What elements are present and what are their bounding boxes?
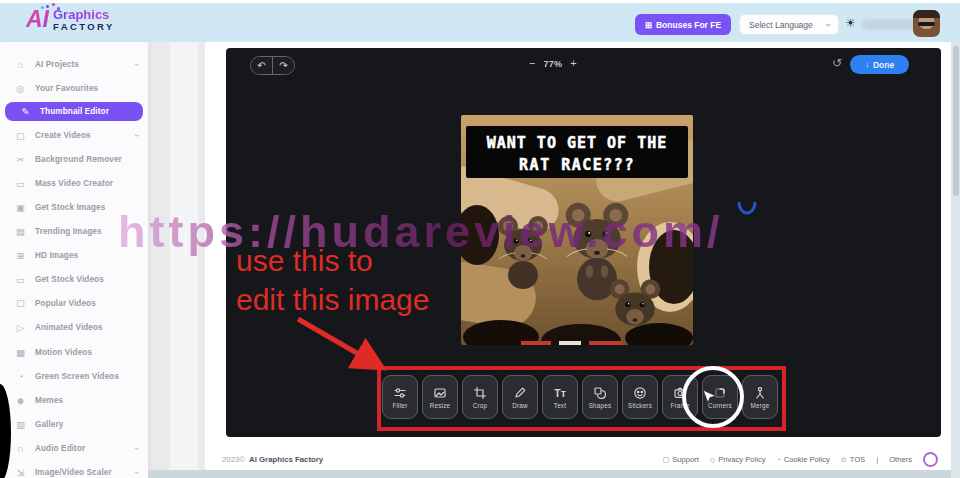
zoom-controls: − 77% + [529,58,577,69]
sidebar-item-mass-video-creator[interactable]: ▭Mass Video Creator [0,171,148,195]
chevron-down-icon: › [132,471,141,474]
sidebar-item-thumbnail-editor[interactable]: ✎Thumbnail Editor [5,102,143,121]
headphones-icon: ∩ [15,443,26,454]
sidebar-item-label: Get Stock Videos [35,275,138,284]
zoom-out-button[interactable]: − [529,58,535,69]
logo-dots-decoration [46,5,49,8]
bonuses-for-fe-button[interactable]: ⊞ Bonuses For FE [635,14,731,35]
undo-button[interactable]: ↶ [251,57,273,74]
content-gutter [170,42,198,478]
footer-divider: | [876,455,878,464]
sidebar-item-label: Memes [35,396,138,405]
language-select[interactable]: Select Language › [739,14,839,35]
app-logo[interactable]: AI Graphics FACTORY [26,8,115,32]
history-icon[interactable]: ↺ [832,57,842,69]
pen-icon: ✎ [20,106,31,117]
sidebar-item-label: Background Remover [35,155,138,164]
sidebar-item-label: Thumbnail Editor [40,107,133,116]
sidebar-item-green-screen-videos[interactable]: ◔Green Screen Videos [0,364,148,388]
app-header: AI Graphics FACTORY ⊞ Bonuses For FE Sel… [0,0,960,42]
file-play-icon: ▷ [15,322,26,333]
annotation-arrow [288,313,388,375]
sidebar-item-label: Your Favourites [35,84,138,93]
bonuses-button-label: Bonuses For FE [656,20,721,30]
logo-factory-text: FACTORY [53,22,115,32]
film-icon: ▦ [15,347,26,358]
video-camera-icon: ▭ [15,178,26,189]
footer-links: ▢Support◇Privacy Policy◔Cookie Policy⊙TO… [663,452,938,467]
chevron-down-icon: › [132,134,141,137]
cookie-icon: ◔ [777,456,781,463]
clock-icon: ◔ [15,371,26,382]
sidebar-item-motion-videos[interactable]: ▦Motion Videos [0,340,148,364]
sidebar-item-get-stock-videos[interactable]: ▭Get Stock Videos [0,268,148,292]
support-icon: ▢ [663,456,670,464]
tos-icon: ⊙ [841,456,847,464]
sidebar-item-label: Popular Videos [35,299,138,308]
sidebar-item-label: Gallery [35,420,138,429]
sidebar-item-label: Mass Video Creator [35,179,138,188]
copy-images-icon: ⊞ [15,250,26,261]
footer-link-others[interactable]: Others [889,455,912,464]
gift-icon: ⊞ [645,20,652,30]
file-icon: ▥ [15,419,26,430]
footer-link-cookie-policy[interactable]: ◔Cookie Policy [777,455,830,464]
home-icon: ⌂ [15,59,26,70]
sidebar-item-label: Image/Video Scaler [35,468,126,477]
create-video-icon: ▢ [15,130,26,141]
redo-button[interactable]: ↷ [273,57,294,74]
logo-ai-mark: AI [26,8,49,31]
sidebar-item-memes[interactable]: ☻Memes [0,388,148,412]
footer-link-label: Support [672,455,699,464]
video-camera-icon: ▭ [15,274,26,285]
page-scrollbar[interactable] [951,42,960,478]
done-button[interactable]: ↓ Done [850,55,909,74]
scaler-icon: ⇲ [15,467,26,478]
window-bottom-strip [148,470,960,478]
sidebar-item-ai-projects[interactable]: ⌂AI Projects› [0,52,148,76]
sidebar-item-label: Create Videos [35,131,126,140]
footer-link-privacy-policy[interactable]: ◇Privacy Policy [710,455,766,464]
sidebar-item-animated-videos[interactable]: ▷Animated Videos [0,316,148,340]
sidebar-item-label: AI Projects [35,60,126,69]
sidebar-item-label: Animated Videos [35,323,138,332]
sidebar-item-label: Green Screen Videos [35,372,138,381]
footer-link-tos[interactable]: ⊙TOS [841,455,865,464]
footer-year: 2023© [222,455,245,464]
sidebar-item-create-videos[interactable]: ▢Create Videos› [0,123,148,147]
eraser-icon: ✂ [15,154,26,165]
chevron-down-icon: › [132,447,141,450]
annotation-note: use this to edit this image [236,241,429,319]
watermark-blue-arc [736,200,758,216]
sidebar-item-your-favourites[interactable]: ◎Your Favourites [0,76,148,100]
theme-sun-icon[interactable]: ☀ [845,17,856,29]
meme-face-icon: ☻ [15,395,26,406]
sidebar-item-gallery[interactable]: ▥Gallery [0,412,148,436]
image-landscape-icon: ▤ [15,226,26,237]
sidebar-item-background-remover[interactable]: ✂Background Remover [0,147,148,171]
download-icon: ↓ [865,60,869,69]
zoom-in-button[interactable]: + [570,58,576,69]
footer-link-label: Others [889,455,912,464]
sidebar-item-popular-videos[interactable]: ☐Popular Videos [0,292,148,316]
footer-link-support[interactable]: ▢Support [663,455,699,464]
scrollbar-thumb[interactable] [953,46,959,196]
sidebar-item-image-video-scaler[interactable]: ⇲Image/Video Scaler› [0,461,148,478]
square-icon: ☐ [15,298,26,309]
mouse-cursor-icon [702,389,717,406]
user-name-redacted [862,19,918,30]
footer-link-label: TOS [850,455,865,464]
sidebar-item-label: Motion Videos [35,348,138,357]
sidebar: ⌂AI Projects›◎Your Favourites✎Thumbnail … [0,42,148,478]
language-select-value: Select Language [749,20,813,30]
footer-brand: AI Graphics Factory [249,455,323,464]
zoom-level: 77% [543,59,562,69]
image-caption-line1: WANT TO GET OF THE [487,134,668,152]
user-avatar[interactable] [913,10,940,37]
footer-copyright: 2023© AI Graphics Factory [222,455,323,464]
chat-widget[interactable] [923,452,938,467]
image-icon: ▣ [15,202,26,213]
sidebar-item-audio-editor[interactable]: ∩Audio Editor› [0,436,148,460]
sidebar-nav: ⌂AI Projects›◎Your Favourites✎Thumbnail … [0,52,148,478]
chevron-down-icon: › [822,23,832,26]
